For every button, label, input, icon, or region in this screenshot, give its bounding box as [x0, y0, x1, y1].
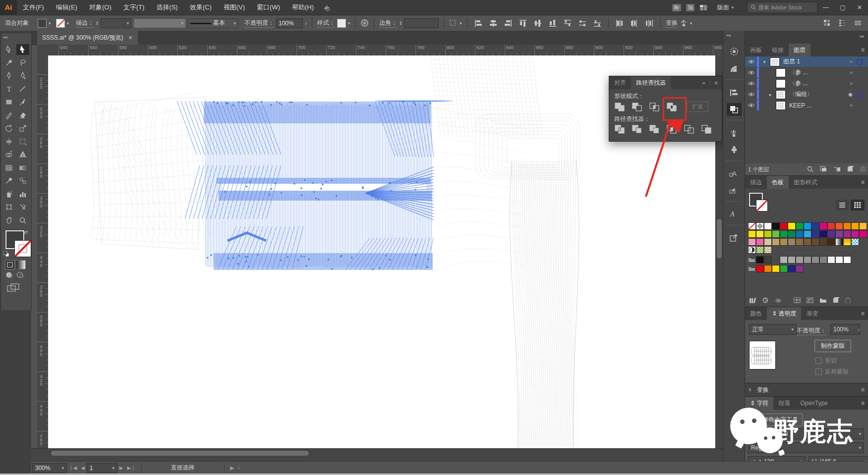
style-label[interactable]: 样式：: [317, 19, 335, 28]
panel-menu-icon[interactable]: [854, 19, 862, 27]
dist-top-icon[interactable]: [562, 18, 574, 29]
tool-artboard[interactable]: [2, 202, 15, 212]
swatches-tab-2[interactable]: 色板: [767, 176, 789, 189]
style-swatch[interactable]: [337, 19, 346, 28]
dock-pathfinder-icon[interactable]: [727, 103, 742, 116]
tool-pen[interactable]: [2, 70, 15, 81]
collapse-dock-icon[interactable]: ▸▸: [860, 34, 865, 39]
transparency-opacity-label[interactable]: 不透明度：: [797, 326, 826, 335]
swatch[interactable]: [788, 256, 796, 264]
shape-mode-unite-button[interactable]: [614, 102, 625, 112]
swatch[interactable]: [764, 238, 772, 246]
workspace-switcher-icon[interactable]: [699, 3, 708, 12]
dist-vcenter-icon[interactable]: [577, 18, 588, 29]
close-button[interactable]: ✕: [851, 1, 868, 13]
expand-layer-icon[interactable]: ▸: [767, 92, 774, 97]
select-similar-icon[interactable]: [449, 19, 458, 27]
app-logo[interactable]: Ai: [0, 0, 17, 15]
transparency-tab-1[interactable]: 颜色: [745, 307, 767, 320]
invert-mask-checkbox[interactable]: [815, 369, 822, 375]
swatch-pattern[interactable]: [756, 246, 764, 254]
menu-7[interactable]: 视图(V): [218, 0, 251, 15]
stock-search-input[interactable]: 搜索 Adobe Stock: [747, 2, 817, 13]
swatch[interactable]: [756, 265, 764, 272]
swatch[interactable]: [780, 230, 788, 238]
tool-gradient[interactable]: [16, 162, 29, 173]
tool-hand[interactable]: [2, 215, 15, 226]
swatch[interactable]: [748, 238, 756, 246]
align-bottom-icon[interactable]: [547, 18, 559, 29]
pathfinder-merge-button[interactable]: [649, 124, 660, 134]
new-color-group-icon[interactable]: [819, 297, 827, 305]
swatch[interactable]: [764, 265, 772, 272]
color-mode-button[interactable]: [5, 260, 15, 269]
layer-name[interactable]: 图层 1: [783, 57, 800, 66]
swatch[interactable]: [811, 230, 819, 238]
layer-name[interactable]: 〈参 ...: [789, 68, 808, 77]
align-left-icon[interactable]: [472, 18, 484, 29]
tool-rectangle[interactable]: [2, 97, 15, 107]
stroke-weight-field[interactable]: ▾: [101, 18, 131, 28]
align-top-icon[interactable]: [517, 18, 529, 29]
menu-5[interactable]: 选择(S): [150, 0, 183, 15]
swatch[interactable]: [827, 222, 835, 230]
font-family-field[interactable]: Agency FB▾: [748, 428, 864, 439]
transform-panel-label[interactable]: 变换: [752, 383, 774, 396]
corner-stepper[interactable]: ▲▼: [399, 21, 402, 26]
swatch-kinds-icon[interactable]: [794, 297, 801, 305]
locate-object-icon[interactable]: [807, 166, 813, 173]
character-tab-1[interactable]: ⇕ 字符: [745, 397, 773, 410]
layer-row-5[interactable]: KEEP ...○: [745, 100, 868, 111]
swatch[interactable]: [796, 222, 804, 230]
selection-indicator[interactable]: [857, 92, 863, 98]
tool-shaper[interactable]: [2, 110, 15, 121]
dock-symbols-icon[interactable]: [727, 144, 742, 157]
swatch[interactable]: [788, 230, 796, 238]
swatch[interactable]: [827, 238, 835, 246]
visibility-eye-icon[interactable]: [745, 81, 757, 86]
blend-mode-select[interactable]: 正常▾: [749, 324, 797, 335]
tool-slice[interactable]: [16, 202, 29, 212]
swatch-pattern[interactable]: [851, 238, 859, 246]
corner-label[interactable]: 边角：: [379, 19, 397, 28]
artboard-nav-field[interactable]: 1▾: [87, 463, 117, 473]
visibility-eye-icon[interactable]: [745, 59, 757, 64]
swatch[interactable]: [796, 265, 804, 272]
bridge-button[interactable]: Br: [672, 4, 681, 11]
swatch[interactable]: [859, 222, 867, 230]
space-center-icon[interactable]: [629, 18, 640, 29]
layer-target-icon[interactable]: ○: [850, 59, 853, 64]
swatch[interactable]: [756, 256, 764, 264]
vertical-ruler[interactable]: 220240260280300320340360380400420440460: [37, 55, 49, 448]
expand-layer-icon[interactable]: ▾: [761, 59, 768, 64]
corner-field[interactable]: [404, 18, 439, 28]
swatch-gradient[interactable]: [843, 238, 851, 246]
dock-export-icon[interactable]: [727, 232, 742, 245]
first-artboard-icon[interactable]: ❘◀: [69, 465, 77, 471]
delete-layer-icon[interactable]: [860, 166, 866, 173]
tool-mesh[interactable]: [2, 162, 15, 173]
visibility-eye-icon[interactable]: [745, 92, 757, 97]
zoom-level-field[interactable]: 300%▾: [32, 463, 67, 473]
maximize-button[interactable]: ▢: [834, 1, 851, 13]
variable-width-profile[interactable]: ▾: [133, 18, 186, 28]
layers-tab-2[interactable]: 链接: [767, 44, 789, 56]
pathfinder-outline-button[interactable]: [684, 124, 694, 134]
swatch[interactable]: [780, 265, 788, 272]
swatch-libraries-icon[interactable]: [749, 297, 756, 305]
layers-menu-icon[interactable]: ≡: [861, 47, 865, 53]
swatch[interactable]: [827, 230, 835, 238]
swatch[interactable]: [804, 222, 811, 230]
expand-dock-icon[interactable]: ◂◂: [723, 31, 745, 40]
visibility-eye-icon[interactable]: [745, 70, 757, 75]
character-menu-icon[interactable]: ≡: [861, 400, 865, 407]
new-swatch-icon[interactable]: [833, 297, 839, 305]
prev-artboard-icon[interactable]: ◀: [81, 465, 85, 471]
tool-lasso[interactable]: [16, 57, 29, 68]
align-right-icon[interactable]: [502, 18, 514, 29]
tool-width[interactable]: [2, 136, 15, 147]
swatch[interactable]: [819, 230, 827, 238]
invert-mask-checkbox-row[interactable]: 反相蒙版: [815, 368, 849, 376]
pathfinder-crop-button[interactable]: [666, 124, 677, 134]
dock-color-icon[interactable]: [727, 46, 742, 58]
